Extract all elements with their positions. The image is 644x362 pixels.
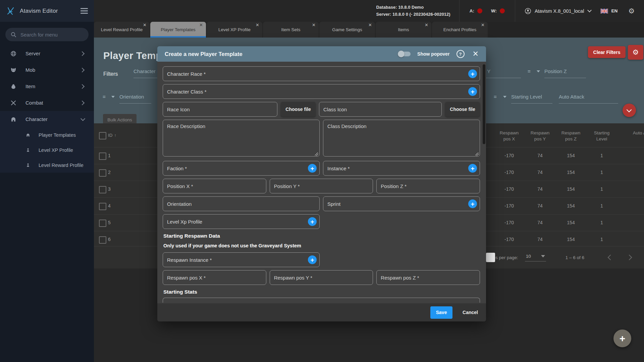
- sidebar-item-server[interactable]: Server: [0, 45, 94, 62]
- class-icon-input[interactable]: [319, 102, 442, 117]
- toggle-knob: [398, 51, 405, 57]
- add-level-xp-profile-button[interactable]: +: [308, 217, 317, 226]
- save-button[interactable]: Save: [430, 306, 452, 319]
- sidebar-item-item[interactable]: Item: [0, 78, 94, 95]
- cell-respawn-pos-y: 74: [528, 237, 552, 242]
- account-menu[interactable]: Atavism X.8_001_local: [515, 8, 601, 14]
- sidebar-item-combat[interactable]: Combat: [0, 95, 94, 111]
- sidebar-subitem-player-templates[interactable]: Player Templates: [0, 127, 94, 142]
- position-y-input[interactable]: [270, 179, 373, 193]
- character-class-select[interactable]: Character Class * +: [163, 84, 480, 99]
- respawn-pos-y-input[interactable]: [270, 270, 373, 285]
- cell-id: 4: [108, 203, 111, 208]
- respawn-pos-z-input[interactable]: [376, 270, 480, 285]
- column-respawn-pos-z[interactable]: Respawn pos Z: [559, 130, 583, 142]
- column-id[interactable]: ID↑: [108, 133, 116, 138]
- position-x-input[interactable]: [163, 179, 266, 193]
- row-checkbox[interactable]: [99, 186, 106, 193]
- page-input-remnant[interactable]: [486, 253, 495, 262]
- filter-orientation[interactable]: Orientation: [119, 94, 151, 104]
- instance-select[interactable]: Instance * +: [323, 161, 480, 176]
- tab-game-settings[interactable]: Game Settings✕: [319, 22, 375, 38]
- race-description-textarea[interactable]: [163, 120, 320, 157]
- filter-auto-attack[interactable]: Auto Attack: [559, 94, 618, 104]
- add-character-race-button[interactable]: +: [468, 69, 477, 78]
- tab-item-sets[interactable]: Item Sets✕: [263, 22, 319, 38]
- tab-level-xp-profile[interactable]: Level XP Profile✕: [207, 22, 262, 38]
- select-all-checkbox[interactable]: [99, 132, 106, 139]
- settings-gear-icon[interactable]: ⚙: [628, 7, 635, 15]
- next-page-button[interactable]: [627, 255, 632, 260]
- character-race-select[interactable]: Character Race * +: [163, 66, 480, 81]
- page-size-select[interactable]: 10: [525, 254, 546, 261]
- race-icon-input[interactable]: [163, 102, 277, 117]
- resize-handle-icon[interactable]: [475, 153, 479, 156]
- clear-filters-button[interactable]: Clear Filters: [588, 46, 626, 58]
- column-starting-level[interactable]: Starting Level: [590, 130, 613, 142]
- dropdown-arrow-icon[interactable]: [537, 70, 540, 72]
- tab-close-icon[interactable]: ✕: [481, 22, 485, 27]
- close-icon[interactable]: ✕: [473, 50, 479, 58]
- sidebar-subitem-level-reward-profile[interactable]: Level Reward Profile: [0, 158, 94, 173]
- show-popover-toggle[interactable]: [398, 52, 411, 56]
- filter-position-z[interactable]: Position Z: [544, 68, 586, 78]
- help-icon[interactable]: ?: [457, 50, 465, 58]
- respawn-instance-select[interactable]: Respawn Instance * +: [163, 252, 320, 267]
- row-checkbox[interactable]: [99, 220, 106, 227]
- class-description-textarea[interactable]: [323, 120, 480, 157]
- cancel-button[interactable]: Cancel: [463, 310, 478, 315]
- tab-close-icon[interactable]: ✕: [199, 22, 203, 27]
- add-sprint-button[interactable]: +: [468, 199, 477, 208]
- add-instance-button[interactable]: +: [468, 164, 477, 173]
- column-auto-attack[interactable]: Auto Attack: [629, 130, 644, 136]
- tab-level-reward-profile[interactable]: Level Reward Profile✕: [94, 22, 150, 38]
- resize-handle-icon[interactable]: [315, 153, 318, 156]
- respawn-pos-x-input[interactable]: [163, 270, 266, 285]
- filter-starting-level[interactable]: Starting Level: [511, 94, 552, 104]
- filter-operator[interactable]: =: [494, 94, 497, 100]
- tab-close-icon[interactable]: ✕: [256, 22, 259, 27]
- class-icon-choose-file-button[interactable]: Choose file: [445, 102, 480, 117]
- scrollbar-thumb[interactable]: [483, 64, 485, 144]
- previous-page-button[interactable]: [608, 255, 613, 260]
- table-settings-button[interactable]: ⚙: [628, 45, 643, 60]
- tab-close-icon[interactable]: ✕: [425, 22, 428, 27]
- dropdown-arrow-icon[interactable]: [111, 96, 115, 98]
- level-xp-profile-select[interactable]: Level Xp Profile +: [163, 214, 320, 229]
- tab-enchant-profiles[interactable]: Enchant Profiles✕: [432, 22, 488, 38]
- sidebar-subitem-level-xp-profile[interactable]: Level XP Profile: [0, 142, 94, 158]
- expand-filters-button[interactable]: [623, 104, 636, 117]
- tab-close-icon[interactable]: ✕: [143, 22, 147, 27]
- chevron-right-icon: [80, 84, 85, 88]
- add-character-class-button[interactable]: +: [468, 87, 477, 96]
- column-respawn-pos-y[interactable]: Respawn pos Y: [528, 130, 552, 142]
- race-icon-choose-file-button[interactable]: Choose file: [281, 102, 316, 117]
- row-checkbox[interactable]: [99, 236, 106, 244]
- filter-operator[interactable]: =: [528, 68, 531, 74]
- faction-select[interactable]: Faction * +: [163, 161, 320, 176]
- row-checkbox[interactable]: [99, 203, 106, 210]
- chevron-right-icon: [80, 100, 85, 105]
- row-checkbox[interactable]: [99, 153, 106, 160]
- tab-player-templates[interactable]: Player Templates✕: [150, 22, 206, 38]
- row-checkbox[interactable]: [99, 169, 106, 177]
- position-z-input[interactable]: [376, 179, 480, 193]
- tab-close-icon[interactable]: ✕: [368, 22, 372, 27]
- tab-items[interactable]: Items✕: [376, 22, 431, 38]
- tab-close-icon[interactable]: ✕: [312, 22, 316, 27]
- language-selector[interactable]: EN: [600, 8, 618, 13]
- add-faction-button[interactable]: +: [308, 164, 317, 173]
- pawn-icon: [25, 147, 31, 153]
- sprint-select[interactable]: Sprint +: [323, 196, 480, 211]
- menu-hamburger-icon[interactable]: [80, 8, 88, 14]
- sidebar-item-mob[interactable]: Mob: [0, 62, 94, 78]
- dropdown-arrow-icon[interactable]: [503, 96, 506, 98]
- filter-operator[interactable]: =: [103, 94, 106, 100]
- sidebar-item-character[interactable]: Character: [0, 111, 94, 127]
- cell-id: 1: [108, 153, 111, 158]
- add-respawn-instance-button[interactable]: +: [308, 255, 317, 264]
- sidebar-search-input[interactable]: Search for menu: [5, 28, 89, 41]
- orientation-input[interactable]: [163, 196, 320, 211]
- add-new-fab-button[interactable]: +: [613, 329, 631, 347]
- column-respawn-pos-x[interactable]: Respawn pos X: [497, 130, 521, 142]
